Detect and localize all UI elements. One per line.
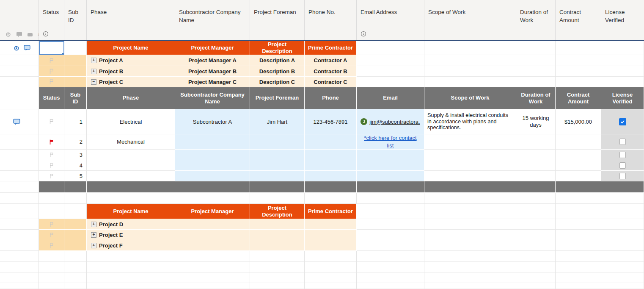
subheader-sub-id[interactable]: Sub ID <box>64 87 87 109</box>
cell[interactable] <box>357 283 424 289</box>
cell[interactable] <box>424 204 516 219</box>
status-cell[interactable] <box>39 134 64 150</box>
collapse-icon[interactable]: − <box>91 79 96 85</box>
license-cell[interactable] <box>601 134 644 150</box>
phone-cell[interactable] <box>305 171 357 181</box>
prime-contractor-cell[interactable] <box>305 240 357 251</box>
status-cell[interactable] <box>39 240 64 251</box>
cell[interactable] <box>357 230 424 240</box>
comment-icon[interactable] <box>13 119 20 125</box>
status-cell[interactable] <box>39 55 64 66</box>
cell[interactable] <box>601 272 644 283</box>
prime-contractor-cell[interactable]: Contractor C <box>305 77 357 87</box>
scope-cell[interactable]: Supply & install electrical conduits in … <box>424 109 516 134</box>
subheader-license[interactable]: License Verified <box>601 87 644 109</box>
phone-cell[interactable] <box>305 134 357 150</box>
cell[interactable] <box>424 272 516 283</box>
project-name-cell[interactable]: +Project E <box>87 230 175 240</box>
foreman-cell[interactable] <box>250 171 305 181</box>
checkbox-unchecked[interactable] <box>619 173 626 179</box>
company-cell[interactable] <box>175 134 250 150</box>
prime-contractor-header-cell[interactable]: Prime Contractor <box>305 41 357 55</box>
contract-cell[interactable] <box>556 134 601 150</box>
cell[interactable] <box>424 41 516 55</box>
duration-cell[interactable] <box>516 150 556 160</box>
cell[interactable] <box>556 240 601 251</box>
cell[interactable] <box>175 283 250 289</box>
cell[interactable] <box>39 283 64 289</box>
email-cell[interactable]: *click here for contact list <box>357 134 424 150</box>
cell[interactable] <box>516 251 556 262</box>
divider-cell[interactable] <box>87 181 175 193</box>
column-header-scope[interactable]: Scope of Work <box>424 0 516 40</box>
cell[interactable] <box>64 193 87 204</box>
cell[interactable] <box>556 193 601 204</box>
cell[interactable] <box>516 204 556 219</box>
company-cell[interactable] <box>175 171 250 181</box>
cell[interactable] <box>516 77 556 87</box>
divider-cell[interactable] <box>556 181 601 193</box>
license-cell[interactable] <box>601 150 644 160</box>
flag-icon[interactable] <box>49 58 54 64</box>
status-cell[interactable] <box>39 219 64 230</box>
cell[interactable] <box>424 262 516 272</box>
project-description-header-cell[interactable]: Project Description <box>250 204 305 219</box>
flag-icon[interactable] <box>49 152 54 158</box>
prime-contractor-cell[interactable] <box>305 230 357 240</box>
cell[interactable] <box>175 193 250 204</box>
cell[interactable] <box>64 41 87 55</box>
cell[interactable] <box>516 262 556 272</box>
cell[interactable] <box>87 251 175 262</box>
sub-id-cell[interactable]: 2 <box>64 134 87 150</box>
status-cell[interactable] <box>39 160 64 171</box>
flag-icon[interactable] <box>49 163 54 168</box>
cell[interactable] <box>556 204 601 219</box>
selection-fill-handle[interactable] <box>62 53 64 55</box>
contract-cell[interactable] <box>556 160 601 171</box>
project-manager-header-cell[interactable]: Project Manager <box>175 41 250 55</box>
cell[interactable] <box>250 272 305 283</box>
cell[interactable] <box>556 41 601 55</box>
subheader-phone[interactable]: Phone <box>305 87 357 109</box>
status-cell[interactable] <box>39 230 64 240</box>
column-header-contract[interactable]: Contract Amount <box>556 0 601 40</box>
project-description-cell[interactable] <box>250 219 305 230</box>
cell[interactable] <box>305 193 357 204</box>
cell[interactable] <box>424 219 516 230</box>
cell[interactable] <box>556 55 601 66</box>
cell[interactable] <box>556 230 601 240</box>
project-manager-cell[interactable]: Project Manager A <box>175 55 250 66</box>
divider-cell[interactable] <box>64 181 87 193</box>
divider-cell[interactable] <box>39 181 64 193</box>
cell[interactable] <box>357 41 424 55</box>
flag-icon[interactable] <box>49 232 54 238</box>
cell[interactable] <box>175 251 250 262</box>
cell[interactable] <box>39 193 64 204</box>
cell[interactable] <box>357 193 424 204</box>
foreman-cell[interactable] <box>250 160 305 171</box>
cell[interactable] <box>516 193 556 204</box>
cell[interactable] <box>250 251 305 262</box>
license-cell[interactable] <box>601 109 644 134</box>
cell[interactable] <box>39 204 64 219</box>
cell[interactable] <box>250 262 305 272</box>
project-manager-header-cell[interactable]: Project Manager <box>175 204 250 219</box>
cell[interactable] <box>601 77 644 87</box>
divider-cell[interactable] <box>601 181 644 193</box>
duration-cell[interactable] <box>516 134 556 150</box>
column-header-company[interactable]: Subcontractor Company Name <box>175 0 250 40</box>
project-description-cell[interactable] <box>250 230 305 240</box>
cell[interactable] <box>556 262 601 272</box>
cell[interactable] <box>175 262 250 272</box>
cell[interactable] <box>516 272 556 283</box>
cell[interactable] <box>357 262 424 272</box>
cell[interactable] <box>305 262 357 272</box>
attachment-icon[interactable] <box>13 45 20 51</box>
cell[interactable] <box>64 272 87 283</box>
cell[interactable] <box>516 283 556 289</box>
subheader-foreman[interactable]: Project Foreman <box>250 87 305 109</box>
sub-id-cell[interactable]: 5 <box>64 171 87 181</box>
sub-id-cell[interactable]: 4 <box>64 160 87 171</box>
cell[interactable] <box>87 283 175 289</box>
cell[interactable] <box>556 272 601 283</box>
